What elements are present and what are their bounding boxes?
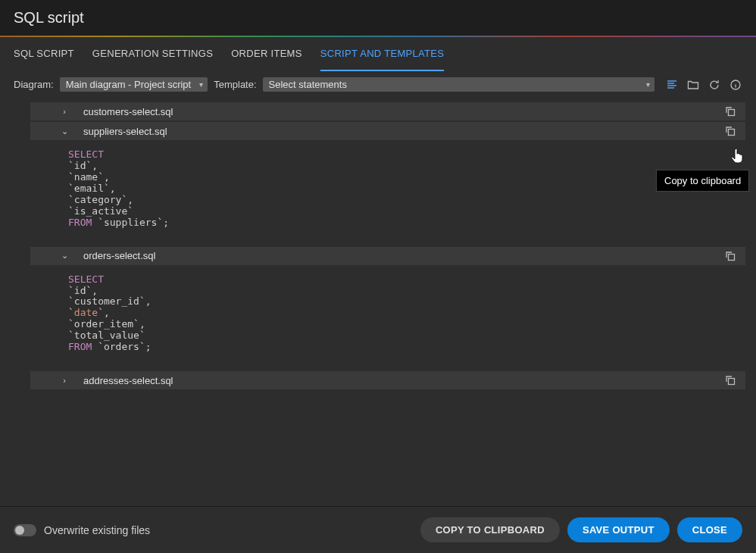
filename: orders-select.sql [83, 250, 155, 261]
filename: addresses-select.sql [83, 375, 173, 386]
footer: Overwrite existing files COPY TO CLIPBOA… [0, 506, 756, 553]
svg-rect-4 [729, 379, 735, 385]
overwrite-toggle-wrap: Overwrite existing files [14, 524, 150, 536]
file-section: ⌄ suppliers-select.sql SELECT `id`, `nam… [30, 122, 745, 245]
overwrite-label: Overwrite existing files [44, 524, 150, 536]
code-block-suppliers: SELECT `id`, `name`, `email`, `category`… [30, 140, 745, 245]
close-button[interactable]: CLOSE [677, 517, 742, 542]
copy-icon[interactable] [724, 105, 736, 117]
file-header-customers[interactable]: › customers-select.sql [30, 102, 745, 120]
svg-rect-3 [729, 254, 735, 260]
file-header-suppliers[interactable]: ⌄ suppliers-select.sql [30, 122, 745, 140]
file-section: › customers-select.sql [30, 102, 745, 120]
chevron-down-icon: ⌄ [59, 127, 70, 136]
window-title: SQL script [0, 0, 756, 36]
chevron-down-icon: ⌄ [59, 251, 70, 261]
controls-row: Diagram: Main diagram - Project script T… [0, 71, 756, 102]
file-section: ⌄ orders-select.sql SELECT `id`, `custom… [30, 247, 745, 370]
copy-icon[interactable] [724, 374, 736, 386]
chevron-right-icon: › [59, 107, 70, 116]
chevron-right-icon: › [59, 376, 70, 385]
save-output-button[interactable]: SAVE OUTPUT [567, 517, 670, 542]
diagram-label: Diagram: [14, 79, 54, 90]
tab-generation-settings[interactable]: GENERATION SETTINGS [92, 37, 213, 71]
overwrite-toggle[interactable] [14, 524, 36, 536]
file-section: › addresses-select.sql [30, 371, 745, 389]
filename: suppliers-select.sql [83, 126, 167, 137]
info-icon[interactable] [729, 78, 742, 92]
diagram-dropdown[interactable]: Main diagram - Project script [60, 77, 208, 92]
copy-icon[interactable] [724, 250, 736, 262]
svg-rect-1 [729, 110, 735, 116]
toolbar-icons [665, 78, 742, 92]
align-icon[interactable] [665, 78, 679, 92]
template-label: Template: [214, 79, 256, 90]
content-area: › customers-select.sql ⌄ suppliers-selec… [0, 102, 756, 504]
accent-bar [0, 36, 756, 37]
code-block-orders: SELECT `id`, `customer_id`, `date`, `ord… [30, 265, 745, 370]
tab-order-items[interactable]: ORDER ITEMS [231, 37, 302, 71]
svg-rect-2 [729, 130, 735, 136]
filename: customers-select.sql [83, 106, 173, 117]
tabs-bar: SQL SCRIPT GENERATION SETTINGS ORDER ITE… [0, 37, 756, 71]
copy-icon[interactable] [724, 125, 736, 137]
tab-script-and-templates[interactable]: SCRIPT AND TEMPLATES [320, 37, 445, 71]
folder-icon[interactable] [686, 78, 700, 92]
template-dropdown[interactable]: Select statements [263, 77, 654, 92]
refresh-icon[interactable] [708, 78, 721, 92]
copy-to-clipboard-button[interactable]: COPY TO CLIPBOARD [420, 517, 560, 542]
file-header-orders[interactable]: ⌄ orders-select.sql [30, 247, 745, 265]
tab-sql-script[interactable]: SQL SCRIPT [14, 37, 74, 71]
file-header-addresses[interactable]: › addresses-select.sql [30, 371, 745, 389]
